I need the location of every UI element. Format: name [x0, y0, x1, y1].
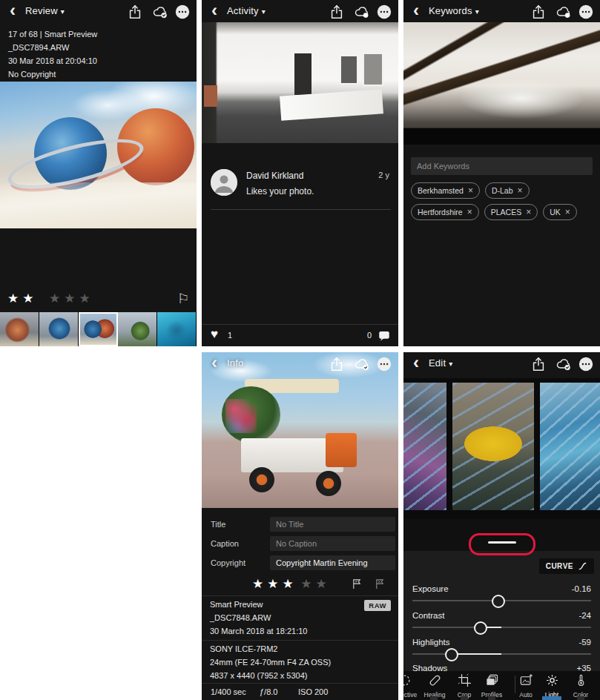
share-button[interactable] [530, 4, 547, 20]
more-menu-button[interactable] [174, 4, 191, 20]
flag-icon[interactable]: ⚐ [177, 291, 189, 307]
camera-lens: 24mm (FE 24-70mm F4 ZA OSS) [210, 658, 331, 667]
file-date: 30 March 2018 at 18:21:10 [210, 627, 307, 635]
edit-title: Edit [429, 357, 446, 369]
back-button[interactable]: ‹ [4, 1, 21, 22]
tool-indicator-selected [542, 696, 561, 700]
share-button[interactable] [329, 4, 345, 20]
tool-healing[interactable]: Healing [418, 673, 451, 699]
keyword-chip[interactable]: D-Lab× [485, 182, 530, 199]
add-keywords-input[interactable] [411, 157, 593, 175]
keyword-chip[interactable]: UK× [543, 204, 577, 220]
remove-keyword-icon[interactable]: × [518, 185, 523, 196]
edit-photo[interactable] [403, 378, 600, 519]
back-chevron-icon: ‹ [413, 352, 419, 372]
curve-button-label: CURVE [546, 562, 573, 570]
edit-screen: ‹ Edit▾ CURVE Exposure -0.16 Contrast [403, 352, 600, 700]
share-button[interactable] [329, 356, 345, 372]
copyright-field-input[interactable]: Copyright Martin Evening [270, 555, 395, 570]
sync-status-button[interactable] [152, 4, 168, 20]
edit-toolbar: Selective Healing Crop Profiles Auto L [403, 671, 600, 700]
review-title-dropdown[interactable]: Review▾ [25, 5, 65, 16]
sun-light-icon [545, 673, 559, 687]
highlights-slider-track[interactable] [412, 653, 591, 655]
like-heart-icon[interactable]: ♥ [211, 327, 218, 342]
exposure-slider-knob[interactable] [492, 595, 505, 608]
highlights-slider-knob[interactable] [445, 648, 458, 661]
notification-item[interactable]: David Kirkland 2 y Likes your photo. [202, 165, 398, 211]
review-rating-row: ★★ ★★★ ⚐ [0, 288, 197, 311]
exposure-slider-value: -0.16 [572, 584, 591, 593]
avatar[interactable] [211, 169, 237, 196]
back-button[interactable]: ‹ [408, 1, 424, 22]
remove-keyword-icon[interactable]: × [565, 207, 570, 217]
ellipsis-icon [578, 356, 594, 372]
curve-button[interactable]: CURVE [539, 558, 594, 574]
keywords-photo[interactable] [403, 22, 600, 145]
keywords-screen: ‹ Keywords▾ Berkhamsted× D-Lab× Hertford… [403, 0, 600, 346]
tool-color[interactable]: Color [564, 673, 597, 699]
back-button[interactable]: ‹ [206, 353, 222, 374]
contrast-slider-knob[interactable] [474, 621, 487, 635]
review-photo[interactable] [0, 82, 197, 228]
remove-keyword-icon[interactable]: × [526, 207, 531, 217]
sync-status-button[interactable] [556, 356, 572, 372]
window-pane-shape [452, 383, 534, 510]
filmstrip-thumbnail-selected[interactable] [79, 312, 118, 346]
info-screen: ‹ Info Title No Title Caption No Caption… [202, 352, 398, 700]
back-button[interactable]: ‹ [408, 353, 424, 374]
activity-header: ‹ Activity▾ [202, 0, 398, 24]
chevron-down-icon: ▾ [262, 7, 266, 16]
notification-time: 2 y [378, 171, 389, 179]
more-menu-button[interactable] [578, 4, 594, 20]
wheel-shape [249, 467, 274, 492]
share-button[interactable] [530, 356, 547, 372]
tool-light[interactable]: Light [535, 673, 568, 699]
sync-status-button[interactable] [556, 4, 572, 20]
sync-status-button[interactable] [354, 356, 370, 372]
star-rating-filled[interactable]: ★★ [7, 291, 37, 306]
highlights-slider-label: Highlights [412, 638, 450, 647]
more-menu-button[interactable] [376, 356, 392, 372]
keyword-chip[interactable]: PLACES× [484, 204, 538, 220]
activity-title-dropdown[interactable]: Activity▾ [227, 5, 266, 16]
star-rating-filled[interactable]: ★★★ [252, 577, 297, 591]
reject-flag-icon[interactable] [375, 578, 386, 590]
wall-frame-shape [340, 55, 358, 85]
file-type: Smart Preview [210, 600, 263, 609]
panel-drag-handle[interactable] [488, 541, 516, 544]
tool-profiles[interactable]: Profiles [475, 673, 508, 699]
edit-title-dropdown[interactable]: Edit▾ [429, 357, 452, 369]
title-field-input[interactable]: No Title [270, 517, 395, 532]
copyright-field-label: Copyright [211, 558, 245, 567]
sync-status-button[interactable] [354, 4, 370, 20]
activity-photo[interactable] [202, 22, 398, 143]
star-rating-empty[interactable]: ★★ [300, 577, 330, 591]
keywords-title: Keywords [429, 5, 472, 16]
keywords-title-dropdown[interactable]: Keywords▾ [429, 5, 479, 16]
share-button[interactable] [127, 4, 143, 20]
pick-flag-icon[interactable] [352, 578, 363, 590]
keyword-chip[interactable]: Berkhamsted× [411, 182, 480, 199]
remove-keyword-icon[interactable]: × [467, 207, 472, 217]
profiles-icon [485, 673, 499, 687]
star-rating-empty[interactable]: ★★★ [49, 291, 94, 306]
contrast-slider-track[interactable] [412, 627, 591, 628]
filmstrip-thumbnail[interactable] [118, 312, 157, 346]
filmstrip-thumbnail[interactable] [0, 312, 39, 346]
more-menu-button[interactable] [578, 356, 594, 372]
more-menu-button[interactable] [376, 4, 392, 20]
filmstrip-thumbnail[interactable] [157, 312, 197, 346]
exposure-slider-label: Exposure [412, 584, 449, 593]
filmstrip-thumbnail[interactable] [39, 312, 79, 346]
remove-keyword-icon[interactable]: × [468, 185, 473, 196]
cloud-check-icon [152, 4, 168, 20]
back-button[interactable]: ‹ [206, 1, 222, 22]
chevron-down-icon: ▾ [449, 360, 452, 368]
review-copyright: No Copyright [8, 70, 56, 79]
keyword-chip[interactable]: Hertfordshire× [411, 204, 479, 220]
info-title[interactable]: Info [227, 357, 243, 369]
caption-field-input[interactable]: No Caption [270, 536, 395, 551]
comment-bubble-icon[interactable] [378, 329, 391, 343]
exposure-slider-track[interactable] [412, 600, 591, 601]
